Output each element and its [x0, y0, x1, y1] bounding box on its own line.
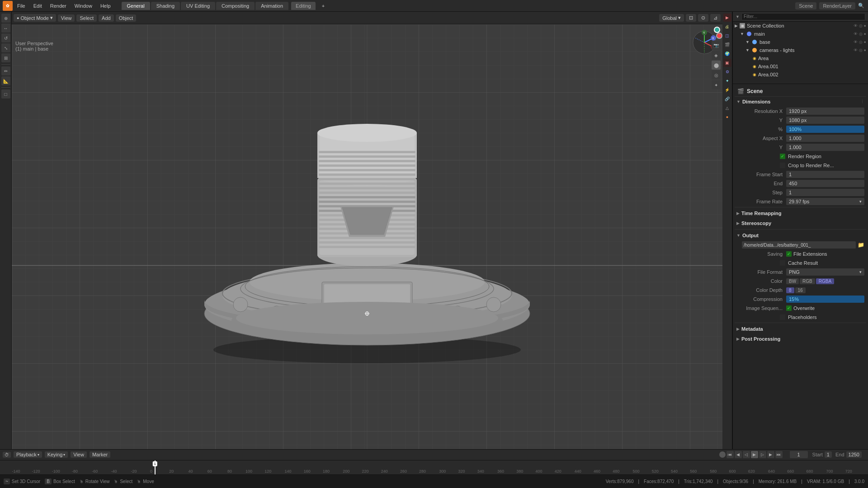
time-remapping-header[interactable]: ▶ Time Remapping: [735, 208, 866, 218]
outliner-scene-collection[interactable]: ▶ ⊞ Scene Collection 👁 ◎ ●: [733, 22, 868, 30]
main-camera-icon[interactable]: ◎: [859, 32, 863, 36]
render-viewport-icon[interactable]: ◈: [712, 51, 721, 60]
base-eye-icon[interactable]: 👁: [854, 40, 858, 44]
jump-start-btn[interactable]: ⏮: [726, 451, 734, 458]
jump-end-btn[interactable]: ⏭: [775, 451, 783, 458]
file-format-value[interactable]: PNG ▾: [786, 268, 864, 276]
transform-tool-icon[interactable]: ⊞: [1, 53, 10, 62]
next-keyframe-btn[interactable]: ▶: [767, 451, 774, 458]
viewport-object-btn[interactable]: Object: [116, 14, 137, 22]
output-section-header[interactable]: ▼ Output: [735, 230, 866, 240]
color-rgba-btn[interactable]: RGBA: [816, 278, 834, 284]
prev-frame-btn[interactable]: ◁: [743, 451, 750, 458]
keying-btn[interactable]: Keying ▾: [45, 451, 68, 458]
rendered-view-icon[interactable]: ✦: [712, 80, 721, 89]
viewport-mode-btn[interactable]: ● Object Mode ▾: [14, 14, 56, 22]
outliner-item-area001[interactable]: ◉ Area.001: [733, 62, 868, 70]
color-rgb-btn[interactable]: RGB: [800, 278, 815, 284]
timeline-ruler[interactable]: -140 -120 -100 -80 -60 -40 -20 0 1 20 40…: [0, 460, 868, 474]
annotate-tool-icon[interactable]: ✏: [1, 66, 10, 75]
outliner-eye-icon[interactable]: 👁: [854, 23, 858, 28]
menu-render[interactable]: Render: [47, 2, 70, 9]
frame-end-field[interactable]: 1250: [846, 451, 862, 458]
props-scene-icon[interactable]: 🎬: [723, 41, 731, 49]
frame-rate-value[interactable]: 29.97 fps ▾: [786, 198, 864, 205]
playback-btn[interactable]: Playback ▾: [14, 451, 42, 458]
viewport-mode-label[interactable]: Object Mode: [20, 15, 48, 21]
next-frame-btn[interactable]: ▷: [759, 451, 766, 458]
frame-start-value[interactable]: 1: [786, 171, 864, 178]
post-processing-section-header[interactable]: ▶ Post Processing: [735, 334, 866, 344]
tab-editing[interactable]: Editing: [291, 2, 316, 10]
resolution-pct-value[interactable]: 100%: [786, 126, 864, 133]
tab-add[interactable]: +: [316, 2, 330, 10]
main-render-icon[interactable]: ●: [864, 32, 866, 36]
color-depth-16-btn[interactable]: 16: [795, 287, 806, 293]
move-tool-icon[interactable]: ↔: [1, 23, 10, 33]
render-region-checkbox[interactable]: ✓: [780, 154, 785, 159]
output-path-value[interactable]: /home/ed/Data.../es/battery_001_: [742, 241, 856, 249]
props-constraints-icon[interactable]: 🔗: [723, 95, 731, 103]
outliner-camera-icon[interactable]: ◎: [859, 23, 863, 28]
dimensions-section-header[interactable]: ▼ Dimensions ⋮: [735, 97, 866, 107]
viewport-select-btn[interactable]: Select: [76, 14, 97, 22]
base-camera-icon[interactable]: ◎: [859, 40, 863, 44]
proportional-edit-btn[interactable]: ⊙: [698, 14, 708, 22]
metadata-section-header[interactable]: ▶ Metadata: [735, 324, 866, 334]
timeline-marker-btn[interactable]: Marker: [90, 451, 110, 458]
cameras-camera-icon[interactable]: ◎: [859, 48, 863, 52]
timeline-view-type-icon[interactable]: ⏱: [3, 452, 11, 458]
overwrite-checkbox[interactable]: ✓: [786, 305, 792, 311]
placeholders-checkbox[interactable]: [780, 314, 785, 320]
add-cube-icon[interactable]: □: [1, 89, 10, 99]
props-output-icon[interactable]: 🖨: [723, 23, 731, 31]
scene-selector[interactable]: Scene: [795, 2, 816, 9]
menu-file[interactable]: File: [14, 2, 29, 9]
stereoscopy-header[interactable]: ▶ Stereoscopy: [735, 218, 866, 228]
menu-window[interactable]: Window: [71, 2, 96, 9]
outliner-render-icon[interactable]: ●: [864, 23, 866, 28]
props-object-icon[interactable]: ▣: [723, 59, 731, 67]
viewport-3d-area[interactable]: ● Object Mode ▾ View Select Add Object G…: [12, 12, 722, 463]
tab-compositing[interactable]: Compositing: [216, 2, 255, 10]
material-view-icon[interactable]: ◎: [712, 70, 721, 80]
props-modifier-icon[interactable]: ⚙: [723, 68, 731, 76]
crop-render-checkbox[interactable]: [780, 163, 785, 168]
tab-general[interactable]: General: [122, 2, 150, 10]
color-depth-8-btn[interactable]: 8: [786, 287, 794, 293]
aspect-y-value[interactable]: 1.000: [786, 144, 864, 151]
play-btn[interactable]: ▶: [751, 451, 758, 458]
search-icon[interactable]: 🔍: [858, 3, 864, 9]
blender-logo-icon[interactable]: ✿: [3, 1, 13, 11]
menu-edit[interactable]: Edit: [30, 2, 46, 9]
prev-keyframe-btn[interactable]: ◀: [735, 451, 742, 458]
resolution-x-value[interactable]: 1920 px: [786, 108, 864, 115]
dimensions-more-icon[interactable]: ⋮: [860, 99, 864, 104]
viewport-view-btn[interactable]: View: [58, 14, 75, 22]
props-render-icon[interactable]: ▶: [723, 14, 731, 22]
tab-animation[interactable]: Animation: [255, 2, 288, 10]
aspect-x-value[interactable]: 1.000: [786, 135, 864, 142]
file-extensions-checkbox[interactable]: ✓: [786, 251, 792, 257]
current-frame-field[interactable]: 1: [790, 451, 808, 458]
viewport-global-btn[interactable]: Global ▾: [659, 14, 684, 22]
cache-result-checkbox[interactable]: [780, 260, 785, 266]
props-particles-icon[interactable]: ✦: [723, 77, 731, 85]
output-path-folder-icon[interactable]: 📁: [858, 242, 864, 248]
frame-step-value[interactable]: 1: [786, 189, 864, 196]
props-material-icon[interactable]: ●: [723, 113, 731, 121]
main-eye-icon[interactable]: 👁: [854, 32, 858, 36]
frame-start-field[interactable]: 1: [825, 451, 832, 458]
outliner-item-cameras-lights[interactable]: ▼ cameras - lights 👁 ◎ ●: [733, 46, 868, 54]
solid-view-icon[interactable]: ⬤: [712, 61, 721, 70]
outliner-item-area002[interactable]: ◉ Area.002: [733, 70, 868, 79]
outliner-search-input[interactable]: [741, 13, 865, 20]
cameras-eye-icon[interactable]: 👁: [854, 48, 858, 52]
rotate-tool-icon[interactable]: ↺: [1, 33, 10, 42]
props-world-icon[interactable]: 🌍: [723, 50, 731, 58]
frame-end-value[interactable]: 450: [786, 180, 864, 187]
cameras-render-icon[interactable]: ●: [864, 48, 866, 52]
props-view-layer-icon[interactable]: ◫: [723, 32, 731, 40]
tab-shading[interactable]: Shading: [151, 2, 180, 10]
cursor-tool-icon[interactable]: ⊕: [1, 14, 10, 23]
